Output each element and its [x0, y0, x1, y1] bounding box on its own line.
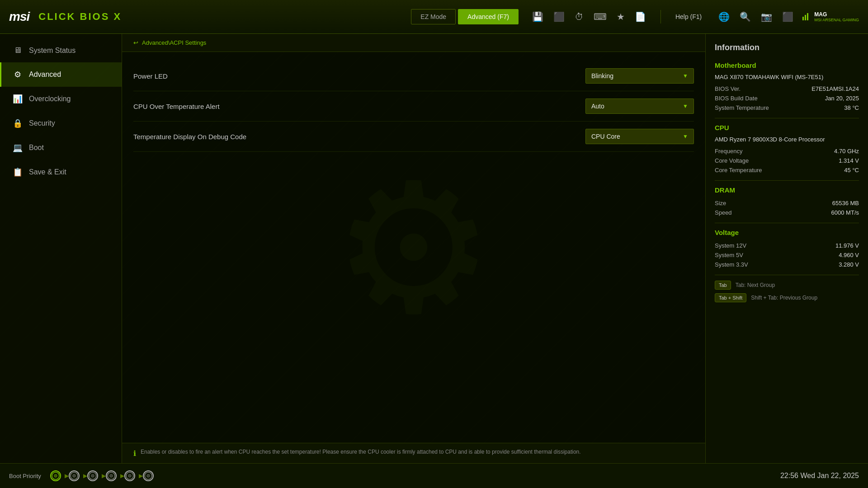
cpu-temp-alert-row: CPU Over Temperature Alert Auto ▼: [133, 91, 694, 122]
gear-decoration: ⚙: [333, 144, 495, 354]
exit-icon[interactable]: ⬛: [782, 11, 793, 22]
sidebar-item-save-exit[interactable]: 📋 Save & Exit: [0, 160, 122, 184]
core-volt-value: 1.314 V: [839, 157, 859, 164]
temp-display-label: Temperature Display On Debug Code: [133, 133, 246, 141]
star-icon[interactable]: ★: [617, 11, 625, 22]
divider-4: [715, 275, 859, 275]
divider-2: [715, 180, 859, 181]
core-temp-value: 45 °C: [844, 167, 859, 174]
boot-device-5[interactable]: [124, 470, 135, 481]
boot-device-4[interactable]: [106, 470, 117, 481]
shift-tab-hint-text: Shift + Tab: Previous Group: [751, 295, 817, 301]
temp-display-dropdown[interactable]: CPU Core ▼: [585, 129, 694, 144]
bios-ver-row: BIOS Ver. E7E51AMSI.1A24: [715, 84, 859, 94]
cpu-section-title: CPU: [715, 124, 859, 131]
boot-device-2[interactable]: [69, 470, 80, 481]
boot-arrow-4: ▶: [120, 473, 124, 479]
motherboard-section-title: Motherboard: [715, 61, 859, 69]
system-status-icon: 🖥: [13, 46, 23, 55]
sidebar-item-security[interactable]: 🔒 Security: [0, 111, 122, 136]
boot-disc-2-icon: [69, 470, 80, 481]
dram-section-title: DRAM: [715, 186, 859, 194]
mag-bar-1: [802, 17, 804, 20]
bios-title: CLICK BIOS X: [38, 11, 122, 23]
content-area: ⚙ ↩ Advanced\ACPI Settings Power LED Bli…: [122, 34, 705, 463]
mode-buttons: EZ Mode Advanced (F7): [411, 9, 519, 24]
svg-point-8: [92, 475, 93, 476]
sidebar-item-label: Overclocking: [29, 95, 71, 103]
boot-arrow-1: ▶: [65, 473, 69, 479]
sidebar-item-advanced[interactable]: ⚙ Advanced: [0, 62, 122, 87]
dram-speed-row: Speed 6000 MT/s: [715, 208, 859, 217]
sys33v-label: System 3.3V: [715, 261, 748, 268]
sys12v-label: System 12V: [715, 242, 746, 249]
sys33v-value: 3.280 V: [839, 261, 859, 268]
core-volt-label: Core Voltage: [715, 157, 749, 164]
cpu-temp-alert-arrow-icon: ▼: [683, 103, 688, 109]
cpu-icon[interactable]: ⬛: [553, 11, 565, 22]
camera-icon[interactable]: 📷: [761, 11, 772, 22]
disc-svg-2: [70, 472, 78, 480]
dram-speed-value: 6000 MT/s: [831, 209, 859, 216]
sidebar-item-boot[interactable]: 💻 Boot: [0, 136, 122, 160]
file-icon[interactable]: 📄: [635, 11, 646, 22]
info-text: Enables or disables to fire an alert whe…: [141, 449, 581, 455]
mag-text-block: MAG MSI ARSENAL GAMING: [814, 11, 859, 22]
tab-shift-key: Tab + Shift: [715, 293, 746, 302]
cpu-temp-alert-value: Auto: [591, 103, 604, 110]
power-led-label: Power LED: [133, 72, 168, 80]
svg-point-17: [148, 475, 149, 476]
search-icon[interactable]: 🔍: [740, 11, 751, 22]
divider-3: [715, 223, 859, 223]
back-arrow-icon[interactable]: ↩: [133, 39, 138, 46]
disc-svg-1: [52, 472, 60, 480]
globe-icon[interactable]: 🌐: [718, 11, 730, 22]
boot-disc-1-icon: [50, 470, 61, 481]
sys33v-row: System 3.3V 3.280 V: [715, 260, 859, 269]
temp-display-value: CPU Core: [591, 133, 620, 140]
disc-svg-6: [144, 472, 152, 480]
advanced-icon: ⚙: [13, 70, 23, 80]
header-divider: [660, 10, 661, 23]
core-temp-row: Core Temperature 45 °C: [715, 165, 859, 175]
clock-icon[interactable]: ⏱: [575, 12, 584, 22]
right-panel: Information Motherboard MAG X870 TOMAHAW…: [705, 34, 868, 463]
mag-bars: [802, 13, 808, 20]
floppy-icon[interactable]: 💾: [532, 11, 543, 22]
footer: Boot Priority ▶ ▶: [0, 463, 868, 488]
tab-key: Tab: [715, 281, 731, 290]
sys-temp-label: System Temperature: [715, 104, 769, 111]
voltage-section-title: Voltage: [715, 229, 859, 236]
power-led-dropdown[interactable]: Blinking ▼: [585, 68, 694, 84]
sidebar-item-label: Advanced: [29, 70, 61, 79]
cpu-freq-label: Frequency: [715, 148, 742, 155]
save-exit-icon: 📋: [13, 167, 23, 177]
dram-size-label: Size: [715, 200, 726, 206]
boot-device-3[interactable]: [87, 470, 98, 481]
mag-subtitle: MSI ARSENAL GAMING: [814, 18, 859, 22]
boot-device-6[interactable]: [143, 470, 154, 481]
main-layout: 🖥 System Status ⚙ Advanced 📊 Overclockin…: [0, 34, 868, 463]
mag-brand: MAG: [814, 11, 859, 18]
plus-sign: +: [728, 295, 731, 300]
sidebar-item-system-status[interactable]: 🖥 System Status: [0, 38, 122, 62]
boot-arrow-5: ▶: [139, 473, 143, 479]
disc-svg-4: [107, 472, 115, 480]
header-icons: 💾 ⬛ ⏱ ⌨ ★ 📄 Help (F1) 🌐 🔍 📷 ⬛: [532, 10, 793, 23]
boot-device-1[interactable]: [50, 470, 61, 481]
keyboard-icon[interactable]: ⌨: [594, 11, 607, 22]
boot-disc-6-icon: [143, 470, 154, 481]
sidebar-item-overclocking[interactable]: 📊 Overclocking: [0, 87, 122, 111]
ez-mode-button[interactable]: EZ Mode: [411, 9, 456, 24]
core-temp-label: Core Temperature: [715, 167, 762, 174]
temp-display-arrow-icon: ▼: [683, 133, 688, 140]
sys5v-row: System 5V 4.960 V: [715, 250, 859, 260]
power-led-value: Blinking: [591, 72, 613, 80]
advanced-mode-button[interactable]: Advanced (F7): [458, 9, 519, 24]
boot-arrow-3: ▶: [102, 473, 106, 479]
sidebar-item-label: Boot: [29, 144, 44, 152]
cpu-temp-alert-dropdown[interactable]: Auto ▼: [585, 99, 694, 114]
boot-disc-4-icon: [106, 470, 117, 481]
power-led-row: Power LED Blinking ▼: [133, 61, 694, 91]
cpu-freq-value: 4.70 GHz: [834, 148, 859, 155]
